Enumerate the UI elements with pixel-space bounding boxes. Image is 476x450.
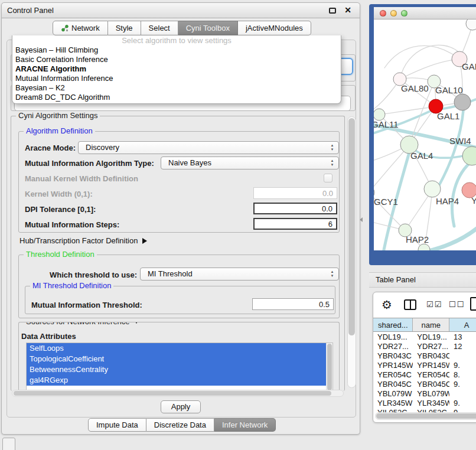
expand-arrow-icon[interactable] bbox=[142, 238, 147, 244]
table-cell[interactable]: YBR045C bbox=[413, 380, 449, 389]
table-row[interactable]: YPR145WYPR145W9. bbox=[373, 361, 476, 370]
data-attributes-list[interactable]: SelfLoopsTopologicalCoefficientBetweenne… bbox=[26, 343, 333, 392]
table-column-header[interactable]: A bbox=[449, 318, 476, 331]
table-cell[interactable]: YBR045C bbox=[373, 380, 413, 389]
attribute-list-item[interactable]: SelfLoops bbox=[27, 343, 326, 354]
attribute-list-item[interactable]: BetweennessCentrality bbox=[27, 364, 326, 375]
tab-select[interactable]: Select bbox=[141, 21, 178, 35]
table-column-header[interactable]: name bbox=[413, 318, 449, 331]
list-scrollbar-thumb[interactable] bbox=[327, 344, 332, 390]
table-cell[interactable]: YLR345W bbox=[413, 399, 449, 408]
network-node-gal11[interactable] bbox=[374, 109, 385, 120]
algorithm-option[interactable]: Bayesian – K2 bbox=[12, 83, 341, 93]
tab-discretize-data[interactable]: Discretize Data bbox=[146, 418, 214, 432]
settings-vscroll-thumb[interactable] bbox=[348, 118, 355, 335]
network-node-swi4[interactable] bbox=[462, 146, 476, 165]
close-icon[interactable]: ✕ bbox=[344, 5, 351, 15]
table-cell[interactable]: 13 bbox=[449, 332, 476, 342]
table-cell[interactable]: 12 bbox=[449, 342, 476, 351]
dpi-tolerance-input[interactable]: 0.0 bbox=[253, 203, 337, 214]
minimize-traffic-light-icon[interactable] bbox=[390, 10, 397, 17]
which-threshold-select[interactable]: MI Threshold ▲▼ bbox=[140, 268, 339, 281]
tab-jactivemnodules[interactable]: jActiveMNodules bbox=[238, 21, 311, 35]
network-node[interactable] bbox=[466, 19, 476, 30]
tab-style[interactable]: Style bbox=[108, 21, 141, 35]
select-all-rows-icon[interactable]: ☑☑ bbox=[426, 300, 442, 309]
float-window-icon[interactable] bbox=[329, 8, 336, 14]
network-node-label: GAL10 bbox=[435, 85, 463, 95]
columns-icon[interactable] bbox=[404, 299, 416, 310]
network-window-titlebar[interactable] bbox=[374, 7, 476, 19]
table-cell[interactable]: YPR145W bbox=[373, 361, 413, 370]
mi-threshold-input[interactable]: 0.5 bbox=[252, 298, 334, 310]
tab-cyni-toolbox[interactable]: Cyni Toolbox bbox=[178, 21, 238, 35]
network-canvas[interactable]: GALGAL80GAL10GAL1GAL11SWI4GAL4GCY1HAP4YH… bbox=[374, 19, 476, 250]
attribute-list-item[interactable]: gal4RGexp bbox=[27, 375, 326, 386]
mi-algorithm-type-select[interactable]: Naive Bayes ▲▼ bbox=[161, 156, 339, 169]
list-scrollbar[interactable] bbox=[326, 343, 332, 392]
table-cell[interactable]: 9. bbox=[449, 361, 476, 370]
main-tabbar: NetworkStyleSelectCyni ToolboxjActiveMNo… bbox=[53, 21, 311, 35]
table-cell[interactable]: YBR043C bbox=[413, 351, 449, 361]
table-cell[interactable]: YER054C bbox=[373, 370, 413, 380]
network-icon bbox=[61, 24, 69, 32]
attribute-list-item[interactable]: TopologicalCoefficient bbox=[27, 354, 326, 364]
network-node-hap4[interactable] bbox=[424, 181, 441, 197]
settings-vertical-scrollbar[interactable] bbox=[347, 116, 356, 388]
close-traffic-light-icon[interactable] bbox=[380, 10, 386, 17]
table-cell[interactable]: YDL19... bbox=[413, 332, 449, 342]
deselect-all-rows-icon[interactable]: ☐☐ bbox=[449, 300, 465, 309]
table-cell[interactable] bbox=[449, 389, 476, 399]
table-horizontal-scrollbar[interactable] bbox=[375, 412, 476, 420]
tab-infer-network[interactable]: Infer Network bbox=[214, 418, 276, 432]
table-cell[interactable]: YDR27... bbox=[413, 342, 449, 351]
network-node[interactable] bbox=[454, 94, 471, 110]
table-cell[interactable]: YBR043C bbox=[373, 351, 413, 361]
table-cell[interactable]: YLR345W bbox=[373, 399, 413, 408]
table-row[interactable]: YBL079WYBL079W bbox=[373, 389, 476, 399]
algorithm-option[interactable]: Dream8 DC_TDC Algorithm bbox=[12, 93, 341, 102]
table-row[interactable]: YER054CYER054C8. bbox=[373, 370, 476, 380]
table-row[interactable]: YLR345WYLR345W9. bbox=[373, 399, 476, 408]
network-node-label: HAP4 bbox=[436, 196, 459, 206]
zoom-traffic-light-icon[interactable] bbox=[401, 10, 407, 17]
algorithm-option[interactable]: Bayesian – Hill Climbing bbox=[12, 45, 341, 55]
table-cell[interactable] bbox=[449, 351, 476, 361]
mi-type-value: Naive Bayes bbox=[168, 158, 211, 167]
table-column-header[interactable]: shared... bbox=[373, 318, 413, 331]
table-cell[interactable]: YDL19... bbox=[373, 332, 413, 342]
table-cell[interactable]: 9. bbox=[449, 380, 476, 389]
tab-network[interactable]: Network bbox=[53, 21, 108, 35]
table-row[interactable]: YBR043CYBR043C bbox=[373, 351, 476, 361]
table-hscroll-thumb[interactable] bbox=[376, 413, 476, 419]
algorithm-option[interactable]: Mutual Information Inference bbox=[12, 74, 341, 83]
hub-definition-toggle[interactable]: Hub/Transcription Factor Definition bbox=[19, 236, 147, 245]
tab-impute-data[interactable]: Impute Data bbox=[88, 418, 146, 432]
table-cell[interactable]: YBL079W bbox=[413, 389, 449, 399]
table-cell[interactable]: 8. bbox=[449, 370, 476, 380]
collapse-arrow-icon[interactable] bbox=[133, 322, 139, 324]
settings-horizontal-scrollbar[interactable] bbox=[12, 390, 344, 397]
gear-icon[interactable]: ⚙ bbox=[382, 298, 392, 312]
table-cell[interactable]: YPR145W bbox=[413, 361, 449, 370]
table-cell[interactable]: 9. bbox=[449, 399, 476, 408]
table-cell[interactable]: YBL079W bbox=[373, 389, 413, 399]
network-node-label: HAP2 bbox=[406, 234, 429, 244]
export-table-icon[interactable] bbox=[470, 297, 476, 311]
sources-toggle[interactable]: Sources for Network Inference bbox=[24, 322, 142, 326]
table-cell[interactable]: YER054C bbox=[413, 370, 449, 380]
panel-splitter-arrow[interactable] bbox=[360, 217, 363, 222]
manual-kernel-checkbox[interactable] bbox=[324, 174, 332, 182]
algorithm-option[interactable]: Basic Correlation Inference bbox=[12, 55, 341, 64]
mi-steps-input[interactable]: 6 bbox=[253, 218, 337, 230]
collapsed-panel-icon[interactable] bbox=[2, 438, 15, 450]
algorithm-option[interactable]: ARACNE Algorithm bbox=[12, 64, 341, 74]
aracne-mode-select[interactable]: Discovery ▲▼ bbox=[78, 141, 339, 154]
kernel-width-input[interactable]: 0.0 bbox=[253, 187, 337, 199]
table-row[interactable]: YDL19...YDL19...13 bbox=[373, 332, 476, 342]
table-row[interactable]: YBR045CYBR045C9. bbox=[373, 380, 476, 389]
settings-hscroll-thumb[interactable] bbox=[14, 391, 331, 396]
table-cell[interactable]: YDR27... bbox=[373, 342, 413, 351]
table-row[interactable]: YDR27...YDR27...12 bbox=[373, 342, 476, 351]
apply-button[interactable]: Apply bbox=[161, 400, 201, 413]
